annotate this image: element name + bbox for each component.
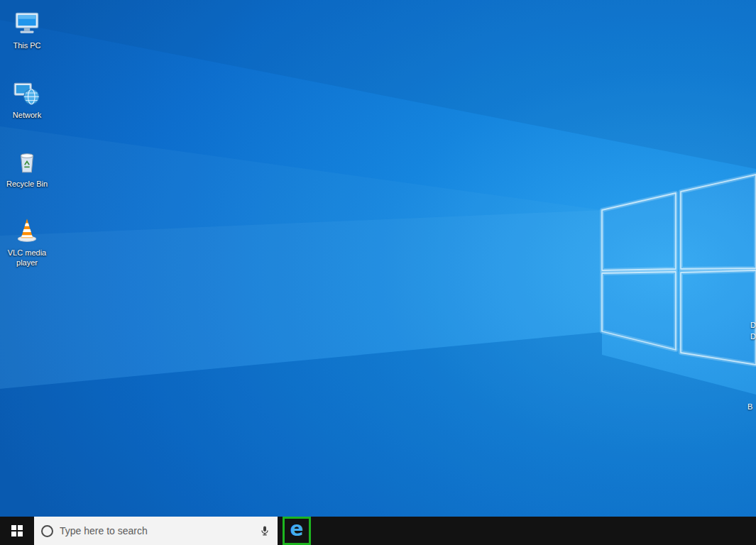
edge-icon: e bbox=[290, 519, 304, 539]
screen: This PC Network Recycle Bin bbox=[0, 0, 756, 545]
desktop-icon-this-pc[interactable]: This PC bbox=[2, 9, 52, 50]
network-icon bbox=[12, 78, 42, 108]
icon-label: Network bbox=[13, 110, 41, 120]
taskbar: e bbox=[0, 517, 756, 545]
taskbar-search-box[interactable] bbox=[34, 517, 278, 545]
vlc-cone-icon bbox=[12, 216, 42, 246]
edge-taskbar-button[interactable]: e bbox=[285, 519, 309, 543]
desktop-icon-network[interactable]: Network bbox=[2, 78, 52, 120]
microphone-icon[interactable] bbox=[259, 525, 270, 536]
wallpaper bbox=[0, 0, 756, 517]
windows-logo-icon bbox=[11, 525, 23, 536]
icon-label: VLC media player bbox=[2, 248, 52, 268]
clipped-icon-label: D bbox=[750, 332, 756, 341]
clipped-icon-label: B bbox=[747, 402, 752, 411]
search-circle-icon bbox=[41, 525, 53, 537]
this-pc-icon bbox=[12, 9, 42, 38]
clipped-icon-label: D bbox=[750, 321, 756, 329]
recycle-bin-icon bbox=[12, 147, 42, 177]
desktop-icon-vlc[interactable]: VLC media player bbox=[2, 216, 52, 268]
start-button[interactable] bbox=[0, 517, 34, 545]
icon-label: This PC bbox=[13, 40, 40, 50]
search-input[interactable] bbox=[60, 525, 253, 536]
desktop[interactable]: This PC Network Recycle Bin bbox=[0, 0, 756, 517]
click-highlight-box: e bbox=[283, 517, 311, 545]
icon-label: Recycle Bin bbox=[6, 179, 48, 189]
desktop-icon-recycle-bin[interactable]: Recycle Bin bbox=[2, 147, 52, 189]
